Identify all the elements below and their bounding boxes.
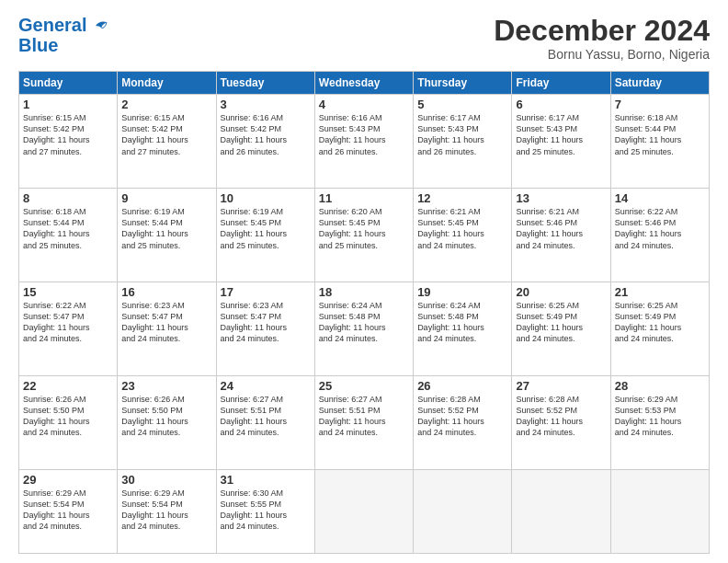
calendar-cell: 30Sunrise: 6:29 AM Sunset: 5:54 PM Dayli…	[118, 469, 216, 553]
day-number: 16	[121, 285, 211, 299]
day-info: Sunrise: 6:24 AM Sunset: 5:48 PM Dayligh…	[319, 300, 409, 345]
logo-blue: Blue	[18, 35, 58, 55]
day-info: Sunrise: 6:25 AM Sunset: 5:49 PM Dayligh…	[516, 300, 606, 345]
day-number: 12	[417, 191, 507, 205]
day-number: 7	[615, 98, 705, 111]
day-info: Sunrise: 6:26 AM Sunset: 5:50 PM Dayligh…	[121, 394, 211, 439]
calendar-cell: 4Sunrise: 6:16 AM Sunset: 5:43 PM Daylig…	[314, 95, 413, 189]
calendar-cell: 15Sunrise: 6:22 AM Sunset: 5:47 PM Dayli…	[19, 282, 118, 376]
day-info: Sunrise: 6:19 AM Sunset: 5:45 PM Dayligh…	[221, 206, 311, 251]
day-number: 5	[417, 98, 507, 111]
day-info: Sunrise: 6:23 AM Sunset: 5:47 PM Dayligh…	[221, 300, 311, 345]
day-number: 19	[417, 285, 507, 299]
day-info: Sunrise: 6:30 AM Sunset: 5:55 PM Dayligh…	[221, 488, 311, 533]
page: General Blue December 2024 Bornu Yassu, …	[0, 0, 728, 563]
day-info: Sunrise: 6:19 AM Sunset: 5:44 PM Dayligh…	[121, 206, 211, 251]
day-info: Sunrise: 6:21 AM Sunset: 5:46 PM Dayligh…	[516, 206, 606, 251]
logo-text: General Blue	[18, 15, 86, 55]
day-info: Sunrise: 6:28 AM Sunset: 5:52 PM Dayligh…	[516, 394, 606, 439]
day-info: Sunrise: 6:27 AM Sunset: 5:51 PM Dayligh…	[221, 394, 311, 439]
calendar-cell	[512, 469, 610, 553]
day-info: Sunrise: 6:15 AM Sunset: 5:42 PM Dayligh…	[121, 112, 211, 157]
day-info: Sunrise: 6:16 AM Sunset: 5:43 PM Dayligh…	[319, 112, 409, 157]
calendar-week-4: 22Sunrise: 6:26 AM Sunset: 5:50 PM Dayli…	[19, 375, 710, 469]
calendar-cell: 7Sunrise: 6:18 AM Sunset: 5:44 PM Daylig…	[610, 95, 709, 189]
logo-bird-icon	[88, 18, 108, 35]
day-info: Sunrise: 6:20 AM Sunset: 5:45 PM Dayligh…	[319, 206, 409, 251]
calendar-cell: 8Sunrise: 6:18 AM Sunset: 5:44 PM Daylig…	[19, 189, 118, 282]
day-number: 14	[615, 191, 705, 205]
calendar-cell: 18Sunrise: 6:24 AM Sunset: 5:48 PM Dayli…	[314, 282, 413, 376]
day-info: Sunrise: 6:24 AM Sunset: 5:48 PM Dayligh…	[417, 300, 507, 345]
day-number: 17	[221, 285, 311, 299]
calendar-cell: 31Sunrise: 6:30 AM Sunset: 5:55 PM Dayli…	[216, 469, 314, 553]
calendar-cell: 16Sunrise: 6:23 AM Sunset: 5:47 PM Dayli…	[118, 282, 216, 376]
day-number: 25	[319, 379, 409, 393]
day-number: 22	[23, 379, 113, 393]
calendar-week-5: 29Sunrise: 6:29 AM Sunset: 5:54 PM Dayli…	[19, 469, 710, 553]
day-number: 31	[221, 473, 311, 487]
day-number: 9	[121, 191, 211, 205]
calendar-cell: 1Sunrise: 6:15 AM Sunset: 5:42 PM Daylig…	[19, 95, 118, 189]
day-info: Sunrise: 6:23 AM Sunset: 5:47 PM Dayligh…	[121, 300, 211, 345]
calendar-header-tuesday: Tuesday	[216, 72, 314, 95]
day-number: 24	[221, 379, 311, 393]
calendar-cell: 10Sunrise: 6:19 AM Sunset: 5:45 PM Dayli…	[216, 189, 314, 282]
day-number: 4	[319, 98, 409, 111]
calendar-cell: 12Sunrise: 6:21 AM Sunset: 5:45 PM Dayli…	[414, 189, 512, 282]
day-info: Sunrise: 6:22 AM Sunset: 5:46 PM Dayligh…	[615, 206, 705, 251]
day-number: 15	[23, 285, 113, 299]
calendar-cell: 6Sunrise: 6:17 AM Sunset: 5:43 PM Daylig…	[512, 95, 610, 189]
calendar-cell: 17Sunrise: 6:23 AM Sunset: 5:47 PM Dayli…	[216, 282, 314, 376]
calendar-cell: 20Sunrise: 6:25 AM Sunset: 5:49 PM Dayli…	[512, 282, 610, 376]
day-info: Sunrise: 6:29 AM Sunset: 5:54 PM Dayligh…	[121, 488, 211, 533]
calendar-cell: 27Sunrise: 6:28 AM Sunset: 5:52 PM Dayli…	[512, 375, 610, 469]
day-number: 18	[319, 285, 409, 299]
calendar-header-monday: Monday	[118, 72, 216, 95]
logo-general: General	[18, 15, 86, 35]
day-number: 30	[121, 473, 211, 487]
logo: General Blue	[18, 15, 108, 55]
calendar-week-3: 15Sunrise: 6:22 AM Sunset: 5:47 PM Dayli…	[19, 282, 710, 376]
calendar-cell: 23Sunrise: 6:26 AM Sunset: 5:50 PM Dayli…	[118, 375, 216, 469]
day-number: 2	[121, 98, 211, 111]
calendar-cell: 9Sunrise: 6:19 AM Sunset: 5:44 PM Daylig…	[118, 189, 216, 282]
day-info: Sunrise: 6:18 AM Sunset: 5:44 PM Dayligh…	[23, 206, 113, 251]
calendar-cell: 29Sunrise: 6:29 AM Sunset: 5:54 PM Dayli…	[19, 469, 118, 553]
day-number: 26	[417, 379, 507, 393]
calendar-week-1: 1Sunrise: 6:15 AM Sunset: 5:42 PM Daylig…	[19, 95, 710, 189]
day-info: Sunrise: 6:29 AM Sunset: 5:53 PM Dayligh…	[615, 394, 705, 439]
day-number: 1	[23, 98, 113, 111]
calendar-header-row: SundayMondayTuesdayWednesdayThursdayFrid…	[19, 72, 710, 95]
day-number: 10	[221, 191, 311, 205]
calendar-cell	[610, 469, 709, 553]
calendar-header-saturday: Saturday	[610, 72, 709, 95]
day-number: 6	[516, 98, 606, 111]
day-info: Sunrise: 6:26 AM Sunset: 5:50 PM Dayligh…	[23, 394, 113, 439]
calendar-cell: 5Sunrise: 6:17 AM Sunset: 5:43 PM Daylig…	[414, 95, 512, 189]
day-number: 3	[221, 98, 311, 111]
day-number: 8	[23, 191, 113, 205]
location: Bornu Yassu, Borno, Nigeria	[494, 47, 710, 62]
calendar-cell: 11Sunrise: 6:20 AM Sunset: 5:45 PM Dayli…	[314, 189, 413, 282]
day-number: 21	[615, 285, 705, 299]
calendar-cell: 26Sunrise: 6:28 AM Sunset: 5:52 PM Dayli…	[414, 375, 512, 469]
day-info: Sunrise: 6:28 AM Sunset: 5:52 PM Dayligh…	[417, 394, 507, 439]
calendar-week-2: 8Sunrise: 6:18 AM Sunset: 5:44 PM Daylig…	[19, 189, 710, 282]
calendar-cell: 24Sunrise: 6:27 AM Sunset: 5:51 PM Dayli…	[216, 375, 314, 469]
day-info: Sunrise: 6:29 AM Sunset: 5:54 PM Dayligh…	[23, 488, 113, 533]
day-number: 23	[121, 379, 211, 393]
calendar-cell: 25Sunrise: 6:27 AM Sunset: 5:51 PM Dayli…	[314, 375, 413, 469]
day-info: Sunrise: 6:22 AM Sunset: 5:47 PM Dayligh…	[23, 300, 113, 345]
calendar-cell: 22Sunrise: 6:26 AM Sunset: 5:50 PM Dayli…	[19, 375, 118, 469]
calendar-cell: 28Sunrise: 6:29 AM Sunset: 5:53 PM Dayli…	[610, 375, 709, 469]
calendar-cell: 14Sunrise: 6:22 AM Sunset: 5:46 PM Dayli…	[610, 189, 709, 282]
day-number: 28	[615, 379, 705, 393]
day-info: Sunrise: 6:15 AM Sunset: 5:42 PM Dayligh…	[23, 112, 113, 157]
day-info: Sunrise: 6:17 AM Sunset: 5:43 PM Dayligh…	[516, 112, 606, 157]
calendar-header-thursday: Thursday	[414, 72, 512, 95]
day-number: 29	[23, 473, 113, 487]
calendar-header-wednesday: Wednesday	[314, 72, 413, 95]
day-number: 13	[516, 191, 606, 205]
day-number: 11	[319, 191, 409, 205]
